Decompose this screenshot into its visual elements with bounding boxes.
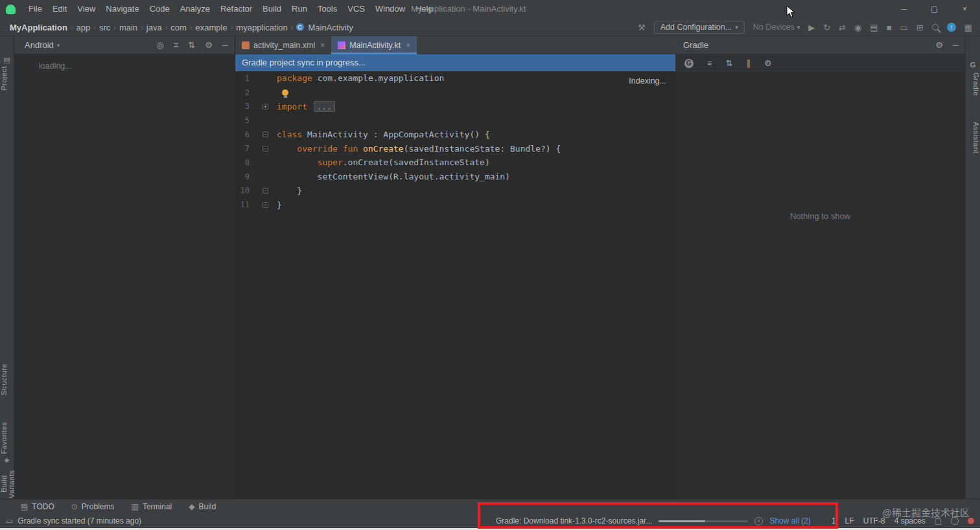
gradle-elephant-icon[interactable]: G xyxy=(684,59,694,68)
collapse-all-icon[interactable]: ⇅ xyxy=(188,41,195,49)
locate-file-icon[interactable]: ◎ xyxy=(156,41,163,49)
sidebar-item-build-variants[interactable]: Build Variants xyxy=(0,469,14,499)
apply-changes-icon[interactable]: ↻ xyxy=(823,23,830,32)
tab-close-icon[interactable]: × xyxy=(406,41,410,50)
add-configuration-button[interactable]: Add Configuration... ▾ xyxy=(654,21,745,34)
line-ending-indicator[interactable]: LF xyxy=(845,516,854,525)
breadcrumb-item-mainactivity[interactable]: MainActivity xyxy=(307,23,355,32)
tool-window-button-todo[interactable]: ▤TODO xyxy=(21,502,54,511)
fold-marker-icon[interactable]: - xyxy=(262,202,268,208)
terminal-icon: ▥ xyxy=(132,503,139,511)
search-icon[interactable] xyxy=(932,24,939,30)
tab-close-icon[interactable]: × xyxy=(320,41,325,50)
breadcrumb-item-java[interactable]: java xyxy=(145,23,164,32)
maximize-icon[interactable]: ▢ xyxy=(919,0,950,18)
menu-item-vcs[interactable]: VCS xyxy=(342,0,370,18)
menu-item-build[interactable]: Build xyxy=(257,0,286,18)
breadcrumb-item-main[interactable]: main xyxy=(117,23,139,32)
fold-marker-icon[interactable]: - xyxy=(262,188,268,194)
tool-window-button-terminal[interactable]: ▥Terminal xyxy=(132,502,172,511)
menu-item-analyze[interactable]: Analyze xyxy=(175,0,215,18)
breadcrumb-separator: › xyxy=(229,23,235,31)
expand-all-icon[interactable]: ≡ xyxy=(707,59,712,67)
expand-all-icon[interactable]: ≡ xyxy=(174,41,179,49)
editor-tab-MainActivity.kt[interactable]: MainActivity.kt× xyxy=(331,36,417,54)
breadcrumb-item-src[interactable]: src xyxy=(97,23,112,32)
toggle-offline-icon[interactable]: ∥ xyxy=(747,59,751,67)
tool-window-button-problems[interactable]: ⊙Problems xyxy=(71,502,115,511)
window-controls: ─ ▢ × xyxy=(889,0,980,18)
fold-marker-icon[interactable]: - xyxy=(262,146,268,152)
code-line: 2 xyxy=(235,86,675,100)
stop-icon[interactable]: ■ xyxy=(887,23,892,32)
menu-item-file[interactable]: File xyxy=(23,0,47,18)
breadcrumb-item-example[interactable]: example xyxy=(194,23,229,32)
line-number: 2 xyxy=(239,88,250,97)
sidebar-item-project[interactable]: Project xyxy=(0,66,14,91)
updates-icon[interactable]: ↑ xyxy=(947,23,956,32)
menu-item-view[interactable]: View xyxy=(72,0,100,18)
menu-bar: FileEditViewNavigateCodeAnalyzeRefactorB… xyxy=(23,0,438,18)
tool-label: Problems xyxy=(82,502,115,511)
menu-item-refactor[interactable]: Refactor xyxy=(215,0,257,18)
hide-panel-icon[interactable]: ─ xyxy=(953,41,959,49)
caret-position[interactable]: 1 xyxy=(832,516,836,525)
breadcrumb-item-app[interactable]: app xyxy=(75,23,93,32)
breadcrumb-item-myapplication[interactable]: MyApplication xyxy=(8,23,69,32)
breadcrumb-item-myapplication[interactable]: myapplication xyxy=(234,23,290,32)
bottom-tool-bar: ▤TODO⊙Problems▥Terminal◆Build xyxy=(0,499,980,514)
settings-icon[interactable]: ⚙ xyxy=(935,41,943,49)
menu-item-window[interactable]: Window xyxy=(370,0,410,18)
code-line: 3+import ... xyxy=(235,99,675,113)
close-icon[interactable]: × xyxy=(950,0,980,18)
cancel-task-icon[interactable]: × xyxy=(754,517,763,525)
breadcrumb-item-com[interactable]: com xyxy=(169,23,189,32)
intention-bulb-icon[interactable] xyxy=(282,89,288,96)
tool-label: Terminal xyxy=(143,502,172,511)
fold-marker-icon[interactable]: + xyxy=(262,104,268,109)
sidebar-item-favorites[interactable]: Favorites xyxy=(0,422,14,454)
settings-icon[interactable]: ⚙ xyxy=(205,41,213,49)
device-selector[interactable]: No Devices ▾ xyxy=(753,23,800,32)
gradle-panel-title: Gradle xyxy=(683,40,708,50)
tool-window-button-build[interactable]: ◆Build xyxy=(189,502,216,511)
layout-file-icon xyxy=(242,41,250,49)
breadcrumb-separator: › xyxy=(189,23,194,31)
fold-column: - xyxy=(250,132,273,137)
profiler-icon[interactable]: ▤ xyxy=(870,23,878,32)
gradle-settings-icon[interactable]: ⚙ xyxy=(764,59,772,67)
apply-code-changes-icon[interactable]: ⇄ xyxy=(839,23,846,32)
line-number: 6 xyxy=(239,130,250,139)
menu-item-code[interactable]: Code xyxy=(145,0,175,18)
menu-item-tools[interactable]: Tools xyxy=(312,0,342,18)
fold-marker-icon[interactable]: - xyxy=(262,132,268,137)
menu-item-edit[interactable]: Edit xyxy=(47,0,72,18)
menu-item-navigate[interactable]: Navigate xyxy=(100,0,144,18)
debug-icon[interactable]: ◉ xyxy=(854,23,861,32)
project-tool-icon[interactable]: ▤ xyxy=(0,56,14,64)
make-project-icon[interactable]: ⚒ xyxy=(638,23,646,32)
sidebar-item-structure[interactable]: Structure xyxy=(0,363,14,395)
code-line: 10- } xyxy=(235,184,675,198)
event-log-icon[interactable]: ▭ xyxy=(6,517,13,525)
menu-item-run[interactable]: Run xyxy=(286,0,312,18)
layout-inspector-icon[interactable]: ⊞ xyxy=(916,23,924,32)
code-text: } xyxy=(273,186,302,196)
code-area[interactable]: 1package com.example.myapplication23+imp… xyxy=(235,71,675,499)
editor-tab-activity_main.xml[interactable]: activity_main.xml× xyxy=(235,36,331,54)
project-view-selector[interactable]: Android ▾ xyxy=(25,40,60,50)
collapse-all-icon[interactable]: ⇅ xyxy=(726,59,733,67)
left-tool-strip: ▤ Project Structure Favorites ★ Build Va… xyxy=(0,36,14,499)
minimize-icon[interactable]: ─ xyxy=(889,0,919,18)
run-icon[interactable]: ▶ xyxy=(808,23,815,32)
show-all-link[interactable]: Show all (2) xyxy=(769,516,810,525)
device-manager-icon[interactable]: ▭ xyxy=(900,23,908,32)
sidebar-item-assistant[interactable]: Assistant xyxy=(966,122,980,154)
watermark: @稀土掘金技术社区 xyxy=(882,505,970,519)
hide-panel-icon[interactable]: ─ xyxy=(222,41,228,49)
gradle-sync-banner: Gradle project sync in progress... xyxy=(235,54,675,71)
grid-icon[interactable]: ▦ xyxy=(964,23,972,32)
editor-tab-bar: activity_main.xml×MainActivity.kt× xyxy=(235,36,675,54)
code-token: ... xyxy=(314,101,335,112)
sidebar-item-gradle[interactable]: Gradle xyxy=(966,73,980,96)
